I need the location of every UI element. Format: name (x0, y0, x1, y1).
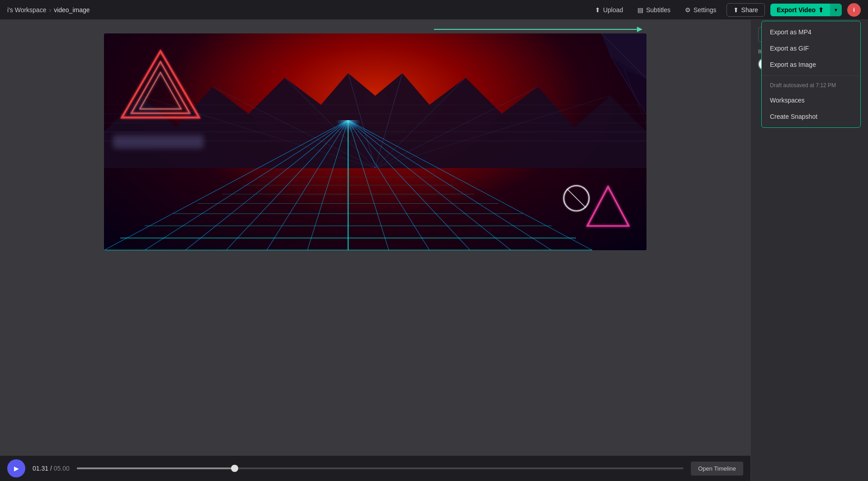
export-video-button[interactable]: Export Video ⬆ (770, 4, 830, 16)
workspace-link[interactable]: i's Workspace (7, 6, 46, 14)
breadcrumb: i's Workspace › video_image (7, 6, 90, 14)
export-dropdown-toggle[interactable]: ▾ (830, 4, 842, 16)
main-area: ▶ 01.31 / 05.00 Open Timeline ⊡ Remove P… (0, 20, 868, 481)
video-canvas[interactable] (104, 33, 646, 250)
export-icon: ⬆ (818, 6, 824, 14)
video-frame (104, 33, 646, 250)
nav-actions: ⬆ Upload ▤ Subtitles ⚙ Settings ⬆ Share … (590, 3, 861, 17)
arrow-row (104, 29, 646, 30)
export-button-group: Export Video ⬆ ▾ (770, 4, 842, 16)
export-dropdown-menu: Export as MP4 Export as GIF Export as Im… (761, 21, 861, 128)
upload-icon: ⬆ (595, 6, 600, 14)
settings-button[interactable]: ⚙ Settings (680, 4, 721, 16)
export-gif-item[interactable]: Export as GIF (762, 40, 860, 56)
avatar[interactable]: i (847, 3, 861, 17)
svg-marker-44 (140, 73, 181, 109)
subtitles-button[interactable]: ▤ Subtitles (633, 4, 675, 16)
progress-thumb[interactable] (231, 465, 238, 472)
time-separator: / (50, 465, 54, 472)
corner-geometry (556, 33, 646, 124)
share-icon: ⬆ (733, 6, 739, 14)
share-button[interactable]: ⬆ Share (726, 3, 765, 17)
create-snapshot-item[interactable]: Create Snapshot (762, 108, 860, 125)
export-mp4-item[interactable]: Export as MP4 (762, 24, 860, 40)
progress-fill (77, 467, 235, 469)
export-image-item[interactable]: Export as Image (762, 56, 860, 73)
current-time: 01.31 (33, 465, 48, 472)
progress-track[interactable] (77, 467, 684, 469)
total-time: 05.00 (54, 465, 70, 472)
svg-marker-47 (587, 187, 629, 226)
top-navigation: i's Workspace › video_image ⬆ Upload ▤ S… (0, 0, 868, 20)
breadcrumb-separator: › (49, 6, 51, 14)
workspaces-item[interactable]: Workspaces (762, 92, 860, 108)
play-button[interactable]: ▶ (7, 459, 25, 477)
svg-point-41 (336, 120, 360, 132)
export-options-section: Export as MP4 Export as GIF Export as Im… (762, 21, 860, 75)
open-timeline-button[interactable]: Open Timeline (691, 462, 743, 476)
upload-button[interactable]: ⬆ Upload (590, 4, 627, 16)
blurred-text (113, 135, 203, 149)
canvas-area: ▶ 01.31 / 05.00 Open Timeline (0, 20, 750, 481)
workspace-options-section: Draft autosaved at 7:12 PM Workspaces Cr… (762, 75, 860, 127)
settings-icon: ⚙ (685, 6, 691, 14)
time-display: 01.31 / 05.00 (33, 465, 70, 472)
autosave-status: Draft autosaved at 7:12 PM (762, 79, 860, 92)
neon-triangle-red (118, 42, 203, 128)
subtitles-icon: ▤ (637, 6, 643, 14)
file-name: video_image (54, 6, 90, 14)
neon-triangle-pink (583, 182, 633, 232)
arrow-line (434, 29, 642, 30)
timeline-bar: ▶ 01.31 / 05.00 Open Timeline (0, 456, 750, 481)
